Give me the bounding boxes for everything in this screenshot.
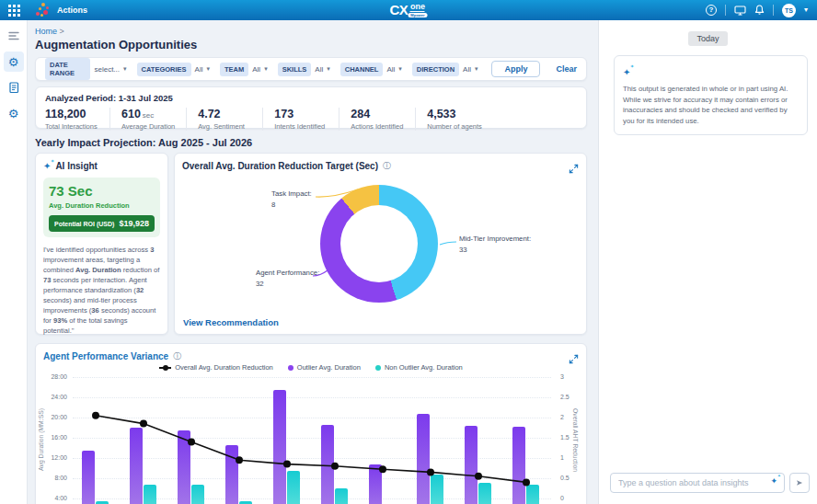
sidebar-item-reports[interactable] xyxy=(4,77,24,97)
analyzed-period-card: Analyzed Period: 1-31 Jul 2025 118,200To… xyxy=(35,86,587,129)
duration-reduction-panel: 73 Sec Avg. Duration Reduction Potential… xyxy=(43,178,160,237)
callout-mid-tier: Mid-Tier Improvement:33 xyxy=(459,234,531,255)
kpi-stats-row: 118,200Total Interactions610secAverage D… xyxy=(45,108,577,131)
filter-bar: DATE RANGEselect...▾CATEGORIESAll▾TEAMAl… xyxy=(35,57,587,81)
view-recommendation-link[interactable]: View Recommendation xyxy=(183,317,279,327)
notifications-bell-icon[interactable] xyxy=(754,5,765,16)
screen-share-icon[interactable] xyxy=(734,6,746,16)
sidebar-item-automation[interactable]: ⚙ xyxy=(4,52,24,72)
duration-target-chart-card: Overall Avg. Duration Reduction Target (… xyxy=(174,153,587,335)
bar-line-plot xyxy=(73,377,551,504)
info-icon[interactable]: ⓘ xyxy=(383,162,391,170)
page-title: Augmentation Opportunities xyxy=(35,38,598,52)
divider xyxy=(186,108,187,131)
filter-categories[interactable]: CATEGORIESAll▾ xyxy=(137,63,210,76)
send-icon xyxy=(796,477,803,488)
mpower-badge: Mpower xyxy=(408,13,427,17)
info-icon[interactable]: ⓘ xyxy=(173,352,181,361)
cxone-logo: CX one Mpower xyxy=(390,1,428,19)
kpi-stat: 4.72Avg. Sentiment xyxy=(198,108,251,131)
chart-legend: Overall Avg. Duration ReductionOutlier A… xyxy=(36,363,586,372)
y-right-tick: 1.5 xyxy=(560,434,570,441)
y-left-tick: 8:00 xyxy=(54,475,67,481)
breadcrumb-home-link[interactable]: Home xyxy=(35,27,57,36)
line-marker xyxy=(188,438,195,445)
legend-marker xyxy=(159,367,171,369)
main-content: Home > Augmentation Opportunities DATE R… xyxy=(28,20,598,504)
callout-task-impact: Task Impact:8 xyxy=(271,189,312,210)
filter-skills[interactable]: SKILLSAll▾ xyxy=(278,63,330,76)
filter-team[interactable]: TEAMAll▾ xyxy=(220,63,268,76)
line-marker xyxy=(379,465,386,473)
gear-icon: ⚙ xyxy=(8,56,19,68)
line-marker xyxy=(92,412,99,419)
kpi-stat: 173Intents Identified xyxy=(274,108,328,131)
ai-insight-card: ✦ AI Insight 73 Sec Avg. Duration Reduct… xyxy=(35,153,168,335)
legend-item: Overall Avg. Duration Reduction xyxy=(159,363,273,372)
roi-label: Potential ROI (USD) xyxy=(54,221,114,227)
kpi-stat: 4,533Number of agents xyxy=(427,108,482,131)
help-icon[interactable]: ? xyxy=(706,5,717,16)
filter-direction[interactable]: DIRECTIONAll▾ xyxy=(412,63,478,76)
y-left-tick: 4:00 xyxy=(54,495,67,501)
roi-bar: Potential ROI (USD) $19,928 xyxy=(49,215,155,232)
disclaimer-line-2: While we strive for accuracy it may cont… xyxy=(623,95,799,127)
ai-assistant-panel: Today ✦ This output is generated in whol… xyxy=(598,20,817,504)
expand-icon[interactable] xyxy=(569,161,579,178)
app-name-label: Actions xyxy=(57,6,87,15)
agent-performance-variance-card: Agent Performance Variance ⓘ Overall Avg… xyxy=(35,343,587,504)
clear-button[interactable]: Clear xyxy=(556,64,577,74)
kpi-stat: 610secAverage Duration xyxy=(121,108,175,131)
sidebar-item-settings[interactable]: ⚙ xyxy=(4,103,24,123)
y-right-tick: 0.5 xyxy=(560,475,570,481)
user-avatar[interactable]: TS xyxy=(782,4,796,17)
y-left-tick: 28:00 xyxy=(51,373,67,380)
y-left-tick: 20:00 xyxy=(51,414,67,420)
breadcrumb: Home > xyxy=(35,27,598,36)
sidebar-item-list[interactable] xyxy=(4,26,24,46)
y-right-tick: 2 xyxy=(560,414,564,420)
donut-chart-title: Overall Avg. Duration Reduction Target (… xyxy=(182,161,378,171)
ai-sparkle-icon: ✦ xyxy=(43,162,51,171)
aht-reduction-line xyxy=(73,377,551,504)
filter-channel[interactable]: CHANNELAll▾ xyxy=(340,63,402,76)
divider xyxy=(725,5,726,16)
chevron-down-icon[interactable]: ▾ xyxy=(804,6,808,14)
chat-question-input[interactable] xyxy=(610,473,785,493)
y-left-tick: 12:00 xyxy=(51,454,67,461)
chevron-down-icon: ▾ xyxy=(206,65,210,73)
app-grid-icon[interactable] xyxy=(8,5,20,17)
y-left-tick: 16:00 xyxy=(51,434,67,441)
line-marker xyxy=(140,420,147,428)
legend-item: Outlier Avg. Duration xyxy=(288,363,361,372)
ai-insight-title: AI Insight xyxy=(55,161,98,171)
reduction-value: 73 Sec xyxy=(49,183,155,199)
line-marker xyxy=(283,461,291,468)
disclaimer-line-1: This output is generated in whole or in … xyxy=(623,84,799,95)
settings-gear-icon: ⚙ xyxy=(8,108,19,120)
actions-logo-icon xyxy=(35,3,52,17)
line-marker xyxy=(427,468,434,475)
divider xyxy=(109,108,110,131)
left-nav-rail: ⚙ ⚙ xyxy=(0,20,28,504)
reduction-label: Avg. Duration Reduction xyxy=(49,201,155,210)
left-axis-label: Avg Duration (MM:SS) xyxy=(38,408,44,471)
legend-item: Non Outlier Avg. Duration xyxy=(375,363,463,372)
ai-disclaimer-card: ✦ This output is generated in whole or i… xyxy=(614,55,808,135)
roi-value: $19,928 xyxy=(119,219,149,228)
callout-agent-performance: Agent Performance:32 xyxy=(256,268,319,289)
kpi-stat: 118,200Total Interactions xyxy=(45,108,98,131)
filter-date-range[interactable]: DATE RANGEselect...▾ xyxy=(45,58,127,80)
line-marker xyxy=(475,473,482,480)
chevron-down-icon: ▾ xyxy=(123,65,127,73)
analyzed-period-title: Analyzed Period: 1-31 Jul 2025 xyxy=(45,93,577,103)
send-button[interactable] xyxy=(789,473,810,493)
yearly-projection-heading: Yearly Impact Projection: Aug 2025 - Jul… xyxy=(35,137,598,148)
y-right-tick: 1 xyxy=(560,454,564,461)
apply-button[interactable]: Apply xyxy=(491,61,540,77)
right-axis-label: Overall AHT Reduction xyxy=(572,408,579,472)
line-marker xyxy=(331,463,339,470)
divider xyxy=(773,5,774,16)
y-left-tick: 24:00 xyxy=(51,394,67,400)
divider xyxy=(339,108,339,131)
